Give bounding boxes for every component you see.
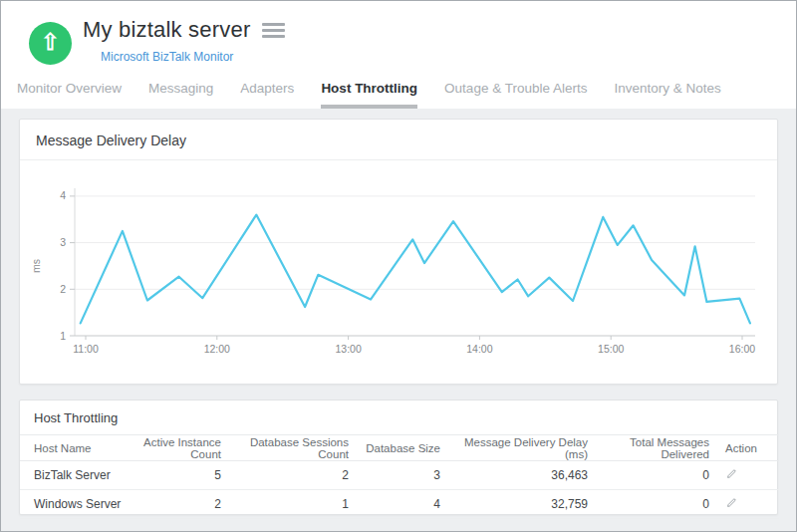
host-throttling-table: Host NameActive Instance CountDatabase S… bbox=[20, 434, 779, 519]
action-cell bbox=[709, 461, 779, 490]
y-tick-label: 1 bbox=[60, 330, 66, 342]
y-axis-title: ms bbox=[30, 259, 42, 273]
chart-title: Message Delivery Delay bbox=[20, 120, 777, 160]
host-name-cell: Windows Server bbox=[20, 490, 130, 519]
value-cell: 2 bbox=[221, 461, 349, 490]
table-row: BizTalk Server52336,4630 bbox=[20, 461, 779, 490]
pencil-icon bbox=[725, 467, 738, 480]
host-throttling-panel: Host Throttling Host NameActive Instance… bbox=[19, 399, 778, 515]
y-tick-label: 4 bbox=[60, 189, 66, 201]
x-tick-label: 15:00 bbox=[598, 343, 624, 355]
y-tick-label: 3 bbox=[60, 236, 66, 248]
column-header-action: Action bbox=[709, 435, 779, 461]
edit-button[interactable] bbox=[725, 496, 738, 509]
value-cell: 5 bbox=[130, 461, 221, 490]
x-tick-label: 16:00 bbox=[729, 343, 755, 355]
tab-monitor-overview[interactable]: Monitor Overview bbox=[17, 81, 122, 109]
hamburger-icon[interactable] bbox=[262, 21, 285, 40]
tab-messaging[interactable]: Messaging bbox=[148, 81, 213, 109]
x-tick-label: 11:00 bbox=[73, 343, 99, 355]
table-title: Host Throttling bbox=[20, 400, 777, 434]
value-cell: 36,463 bbox=[440, 461, 588, 490]
x-tick-label: 12:00 bbox=[204, 343, 230, 355]
table-header-row: Host NameActive Instance CountDatabase S… bbox=[20, 435, 779, 461]
tab-host-throttling[interactable]: Host Throttling bbox=[321, 81, 417, 109]
tab-adapters[interactable]: Adapters bbox=[240, 81, 294, 109]
action-cell bbox=[709, 490, 779, 519]
column-header-host-name: Host Name bbox=[20, 435, 130, 461]
y-tick-label: 2 bbox=[60, 283, 66, 295]
content-area: Message Delivery Delay 1234ms11:0012:001… bbox=[1, 109, 796, 515]
x-tick-label: 13:00 bbox=[335, 343, 361, 355]
column-header-active-instance-count: Active Instance Count bbox=[130, 435, 221, 461]
edit-button[interactable] bbox=[725, 467, 738, 480]
column-header-message-delivery-delay-ms-: Message Delivery Delay (ms) bbox=[440, 435, 588, 461]
tab-outage-trouble-alerts[interactable]: Outage & Trouble Alerts bbox=[444, 81, 587, 109]
app-header: ⇧ My biztalk server Microsoft BizTalk Mo… bbox=[1, 1, 796, 109]
up-arrow-icon: ⇧ bbox=[41, 31, 60, 54]
page-title: My biztalk server bbox=[83, 17, 250, 43]
column-header-database-size: Database Size bbox=[349, 435, 440, 461]
value-cell: 2 bbox=[130, 490, 221, 519]
message-delivery-delay-chart: 1234ms11:0012:0013:0014:0015:0016:00 bbox=[20, 160, 779, 385]
pencil-icon bbox=[725, 496, 738, 509]
value-cell: 3 bbox=[349, 461, 440, 490]
value-cell: 1 bbox=[221, 490, 349, 519]
value-cell: 0 bbox=[588, 461, 709, 490]
tab-inventory-notes[interactable]: Inventory & Notes bbox=[614, 81, 720, 109]
value-cell: 4 bbox=[349, 490, 440, 519]
column-header-total-messages-delivered: Total Messages Delivered bbox=[588, 435, 709, 461]
host-name-cell: BizTalk Server bbox=[20, 461, 130, 490]
delay-line-series bbox=[81, 215, 750, 324]
value-cell: 0 bbox=[588, 490, 709, 519]
app-window: ⇧ My biztalk server Microsoft BizTalk Mo… bbox=[0, 0, 797, 532]
value-cell: 32,759 bbox=[440, 490, 588, 519]
server-status-badge: ⇧ bbox=[29, 22, 72, 65]
tab-bar: Monitor OverviewMessagingAdaptersHost Th… bbox=[17, 81, 721, 109]
column-header-database-sessions-count: Database Sessions Count bbox=[221, 435, 349, 461]
message-delivery-delay-panel: Message Delivery Delay 1234ms11:0012:001… bbox=[19, 119, 778, 385]
table-row: Windows Server21432,7590 bbox=[20, 490, 779, 519]
monitor-type-link[interactable]: Microsoft BizTalk Monitor bbox=[101, 50, 233, 64]
x-tick-label: 14:00 bbox=[466, 343, 492, 355]
